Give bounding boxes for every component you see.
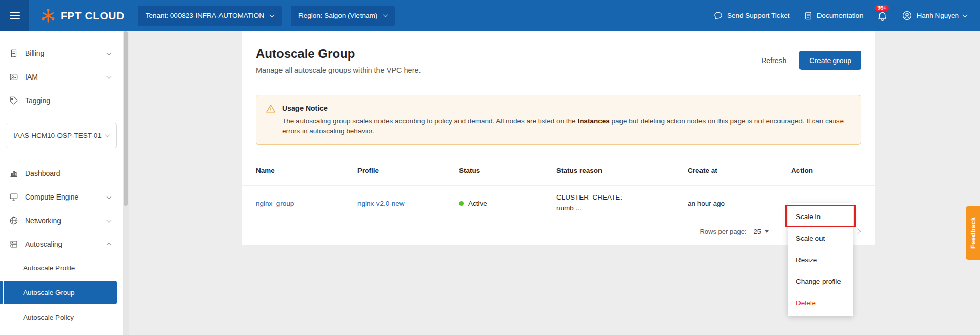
top-navbar: FPT CLOUD Tenant: 000823-INFRA-AUTOMATIO… — [0, 0, 980, 31]
hamburger-menu-button[interactable] — [0, 0, 29, 31]
refresh-button[interactable]: Refresh — [761, 56, 786, 65]
context-menu-item-change-profile[interactable]: Change profile — [788, 270, 853, 292]
region-label: Region: Saigon (Vietnam) — [298, 12, 377, 19]
region-selector[interactable]: Region: Saigon (Vietnam) — [291, 6, 395, 26]
chevron-down-icon — [107, 218, 112, 223]
next-page-button[interactable] — [856, 229, 860, 233]
tenant-label: Tenant: 000823-INFRA-AUTOMATION — [146, 12, 264, 19]
table-header-create-at: Create at — [688, 167, 791, 174]
vpc-selector[interactable]: IAAS-HCM10-OSP-TEST-01 — [6, 123, 117, 148]
bell-icon — [877, 10, 888, 21]
sidebar-item-tagging[interactable]: Tagging — [0, 91, 123, 110]
sidebar-item-label: Networking — [25, 216, 101, 225]
sidebar-item-billing[interactable]: Billing — [0, 44, 123, 63]
tenant-selector[interactable]: Tenant: 000823-INFRA-AUTOMATION — [138, 6, 282, 26]
notice-text: The autoscaling group scales nodes accor… — [282, 117, 577, 125]
send-support-ticket-button[interactable]: Send Support Ticket — [713, 11, 790, 21]
user-avatar-icon — [902, 10, 912, 21]
sidebar-item-autoscaling[interactable]: Autoscaling — [0, 234, 123, 254]
rows-per-page-select[interactable]: 25 — [754, 228, 769, 235]
status-reason-line: CLUSTER_CREATE: — [556, 192, 688, 203]
scrollbar-thumb[interactable] — [124, 31, 128, 206]
chevron-down-icon — [963, 12, 968, 17]
sidebar-scrollbar — [123, 31, 129, 335]
sidebar-item-label: Compute Engine — [25, 193, 101, 201]
bar-chart-icon — [9, 169, 18, 178]
sidebar-item-label: Billing — [25, 49, 101, 57]
support-chat-icon — [713, 11, 723, 21]
support-label: Send Support Ticket — [727, 12, 790, 19]
table-header-action: Action — [791, 167, 861, 174]
fpt-logo-star-icon — [41, 8, 56, 24]
feedback-tab[interactable]: Feedback — [966, 206, 980, 260]
chevron-right-icon — [855, 228, 861, 234]
sidebar-item-label: Tagging — [25, 96, 113, 105]
document-icon — [804, 11, 813, 21]
sidebar-subitem-label: Autoscale Group — [23, 289, 75, 297]
context-menu-item-delete[interactable]: Delete — [788, 292, 853, 313]
sidebar-item-label: Dashboard — [25, 169, 113, 178]
sidebar-item-label: Autoscaling — [25, 240, 101, 248]
page-title: Autoscale Group — [256, 47, 421, 61]
table-footer: Rows per page: 25 — [242, 221, 875, 242]
create-group-button[interactable]: Create group — [799, 51, 861, 70]
context-menu-item-scale-out[interactable]: Scale out — [788, 227, 853, 249]
monitor-icon — [9, 192, 18, 202]
notifications-button[interactable]: 99+ — [877, 10, 888, 21]
fpt-cloud-logo[interactable]: FPT CLOUD — [41, 8, 125, 24]
usage-notice: Usage Notice The autoscaling group scale… — [256, 95, 861, 145]
action-context-menu: Scale in Scale out Resize Change profile… — [788, 203, 853, 316]
group-name-link[interactable]: nginx_group — [256, 200, 294, 207]
sidebar: Billing IAM — [0, 31, 123, 335]
rows-per-page-value: 25 — [754, 228, 761, 235]
profile-link[interactable]: nginx-v2.0-new — [357, 200, 405, 207]
globe-icon — [9, 216, 18, 225]
sidebar-subitem-autoscale-policy[interactable]: Autoscale Policy — [0, 307, 123, 327]
notice-title: Usage Notice — [282, 104, 850, 112]
navbar-right-group: Send Support Ticket Documentation 99+ — [713, 10, 980, 21]
chevron-down-icon — [105, 132, 110, 137]
sidebar-subitem-label: Autoscale Policy — [23, 313, 74, 321]
caret-down-icon — [765, 230, 769, 233]
main-content: Autoscale Group Manage all autoscale gro… — [242, 31, 875, 245]
table-row: nginx_group nginx-v2.0-new Active CLUSTE… — [242, 186, 875, 221]
sidebar-item-dashboard[interactable]: Dashboard — [0, 164, 123, 183]
app-window: FPT CLOUD Tenant: 000823-INFRA-AUTOMATIO… — [0, 0, 980, 335]
chevron-down-icon — [107, 194, 112, 199]
logo-text: FPT CLOUD — [61, 10, 125, 22]
server-stack-icon — [9, 240, 18, 249]
page-subtitle: Manage all autoscale groups within the V… — [256, 66, 421, 74]
notification-badge: 99+ — [875, 5, 889, 11]
status-label: Active — [468, 200, 487, 207]
chevron-down-icon — [270, 12, 275, 17]
sidebar-subitem-autoscale-group[interactable]: Autoscale Group — [4, 281, 117, 304]
documentation-label: Documentation — [817, 12, 864, 19]
hamburger-icon — [10, 12, 20, 13]
user-name-label: Hanh Nguyen — [916, 12, 959, 19]
tag-icon — [9, 96, 18, 105]
table-header-row: Name Profile Status Status reason Create… — [242, 156, 875, 186]
table-header-name: Name — [256, 167, 357, 174]
sidebar-item-iam[interactable]: IAM — [0, 67, 123, 87]
chevron-down-icon — [107, 50, 112, 55]
status-reason-line: numb ... — [556, 203, 688, 214]
create-at-value: an hour ago — [688, 200, 791, 207]
sidebar-item-networking[interactable]: Networking — [0, 211, 123, 230]
table-header-profile: Profile — [357, 167, 459, 174]
warning-icon — [266, 104, 276, 136]
sidebar-item-compute-engine[interactable]: Compute Engine — [0, 187, 123, 207]
sidebar-subitem-autoscale-profile[interactable]: Autoscale Profile — [0, 258, 123, 278]
notice-bold-text: Instances — [577, 117, 609, 125]
status-reason: CLUSTER_CREATE: numb ... — [556, 192, 688, 214]
active-indicator-bar — [0, 281, 3, 304]
chevron-up-icon — [107, 242, 112, 247]
status-badge: Active — [459, 200, 556, 207]
documentation-button[interactable]: Documentation — [804, 11, 864, 21]
user-menu-button[interactable]: Hanh Nguyen — [902, 10, 967, 21]
context-menu-item-resize[interactable]: Resize — [788, 249, 853, 270]
vpc-selector-value: IAAS-HCM10-OSP-TEST-01 — [13, 132, 102, 140]
context-menu-item-scale-in[interactable]: Scale in — [788, 206, 853, 227]
autoscale-groups-table: Name Profile Status Status reason Create… — [242, 156, 875, 242]
rows-per-page-label: Rows per page: — [699, 228, 746, 235]
notice-body: The autoscaling group scales nodes accor… — [282, 116, 850, 136]
